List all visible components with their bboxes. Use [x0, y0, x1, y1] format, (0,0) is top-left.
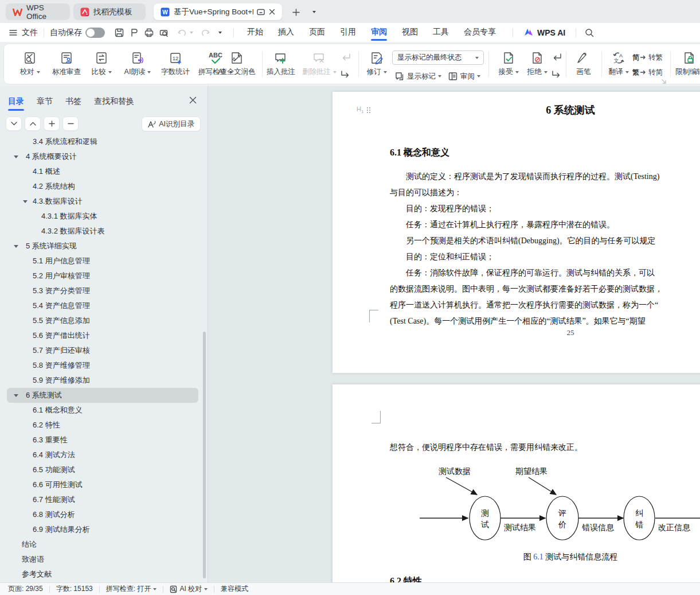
undo-icon[interactable]: [175, 26, 190, 40]
insert-comment-button[interactable]: 插入批注: [263, 49, 299, 82]
menu-tab[interactable]: 插入: [271, 23, 302, 42]
autosave-toggle[interactable]: [85, 28, 105, 38]
toc-item[interactable]: 4.1 概述: [0, 164, 204, 179]
previous-change-button[interactable]: [550, 50, 564, 64]
compare-button[interactable]: 比较: [85, 49, 118, 82]
sidebar-tab[interactable]: 查找和替换: [94, 96, 134, 107]
share-screen-icon[interactable]: [257, 9, 265, 15]
toc-item[interactable]: 6.6 可用性测试: [0, 477, 204, 492]
group-expander-icon[interactable]: [661, 76, 667, 87]
file-menu[interactable]: 文件: [22, 28, 38, 38]
proofread-button[interactable]: 校对: [12, 49, 48, 82]
toc-item[interactable]: 5.1 用户信息管理: [0, 254, 204, 269]
save-icon[interactable]: [112, 26, 127, 40]
toc-item[interactable]: 6.2 特性: [0, 418, 204, 433]
tab-docer-templates[interactable]: AI 找稻壳模板: [73, 3, 146, 20]
toc-item[interactable]: 5.4 资产信息管理: [0, 298, 204, 313]
show-markup-button[interactable]: 显示标记: [395, 69, 441, 83]
toc-item[interactable]: 4.3.1 数据库实体: [0, 209, 204, 224]
tab-wps-office[interactable]: WPS Office: [6, 3, 70, 20]
redo-icon[interactable]: [198, 26, 213, 40]
page-indicator[interactable]: 页面: 29/35: [8, 584, 43, 594]
ai-proofread-status[interactable]: AI 校对: [170, 584, 208, 594]
menu-tab[interactable]: 开始: [240, 23, 271, 42]
word-count-button[interactable]: 12 字数统计: [158, 49, 193, 82]
toc-item[interactable]: 6.5 功能测试: [0, 462, 204, 477]
sidebar-tab[interactable]: 目录: [8, 96, 24, 107]
toc-expand-arrow-icon[interactable]: [23, 200, 28, 203]
new-tab-button[interactable]: [289, 5, 303, 19]
document-page-2[interactable]: 想符合，便说明程序中存在错误，需要用纠错来改正。 测试数据 期望结果: [333, 384, 700, 582]
ai-recognize-toc-button[interactable]: AI识别目录: [142, 116, 201, 131]
standard-review-button[interactable]: 标准审查: [48, 49, 85, 82]
toc-item[interactable]: 5.9 资产维修添加: [0, 373, 204, 388]
tab-list-dropdown-icon[interactable]: [306, 5, 320, 19]
to-traditional-button[interactable]: 简 转繁: [632, 50, 663, 65]
sidebar-scrollbar-thumb[interactable]: [203, 332, 206, 578]
toc-collapse-all-button[interactable]: [62, 116, 79, 131]
ink-pen-button[interactable]: 画笔: [570, 49, 597, 82]
toc-item[interactable]: 4 系统概要设计: [0, 149, 204, 164]
toc-item[interactable]: 5.7 资产归还审核: [0, 343, 204, 358]
menu-tab[interactable]: 引用: [333, 23, 363, 42]
menu-tab[interactable]: 视图: [394, 23, 425, 42]
toc-item[interactable]: 致谢语: [0, 552, 204, 567]
search-icon[interactable]: [582, 26, 597, 40]
restrict-editing-button[interactable]: 限制编辑: [674, 49, 700, 82]
toc-item[interactable]: 5.6 资产借出统计: [0, 328, 204, 343]
hamburger-menu-icon[interactable]: [6, 26, 21, 40]
toc-expand-arrow-icon[interactable]: [14, 394, 18, 397]
toc-item[interactable]: 4.3.数据库设计: [0, 194, 204, 209]
reject-change-button[interactable]: 拒绝: [523, 49, 551, 82]
word-count-indicator[interactable]: 字数: 15153: [56, 584, 93, 594]
ai-read-aloud-button[interactable]: AI朗读: [118, 49, 158, 82]
close-tab-icon[interactable]: [269, 9, 275, 15]
print-icon[interactable]: [142, 26, 157, 40]
toc-item[interactable]: 6.9 测试结果分析: [0, 522, 204, 537]
toc-item[interactable]: 6.8 测试分析: [0, 507, 204, 522]
compatibility-mode-indicator[interactable]: 兼容模式: [221, 584, 248, 594]
toc-item[interactable]: 6.3 重要性: [0, 433, 204, 448]
wps-ai-button[interactable]: WPS AI: [519, 28, 570, 37]
document-page-1[interactable]: H1 6 系统测试 6.1 概念和意义 测试的定义：程序测试是为了发现错误而执行…: [333, 92, 700, 373]
review-pane-button[interactable]: 审阅: [448, 69, 480, 83]
to-simplified-button[interactable]: 繁 转简: [632, 65, 663, 80]
translate-button[interactable]: A文 翻译: [605, 49, 632, 82]
toc-item[interactable]: 6.1 概念和意义: [0, 403, 204, 418]
toc-item[interactable]: 4.2 系统结构: [0, 179, 204, 194]
toc-item[interactable]: 6.4 测试方法: [0, 448, 204, 462]
toolbar-more-dropdown-icon[interactable]: [213, 26, 228, 40]
toc-item[interactable]: 5.2 用户审核管理: [0, 269, 204, 283]
export-pdf-icon[interactable]: [127, 26, 142, 40]
menu-tab[interactable]: 页面: [302, 23, 333, 42]
toc-next-heading-button[interactable]: [6, 116, 22, 131]
print-preview-icon[interactable]: [157, 26, 171, 40]
accept-change-button[interactable]: 接受: [495, 49, 522, 82]
spell-check-status[interactable]: 拼写检查: 打开: [106, 584, 157, 594]
markup-state-select[interactable]: 显示标记的最终状态: [392, 50, 484, 65]
delete-comment-button[interactable]: 删除批注: [299, 49, 340, 82]
toc-previous-heading-button[interactable]: [25, 116, 41, 131]
sidebar-tab[interactable]: 章节: [37, 96, 53, 107]
toc-item[interactable]: 4.3.2 数据库设计表: [0, 224, 204, 239]
toc-item[interactable]: 参考文献: [0, 567, 204, 582]
sidebar-tab[interactable]: 书签: [65, 96, 81, 107]
ai-polish-button[interactable]: AI 全文润色: [215, 49, 259, 82]
next-comment-button[interactable]: [339, 67, 353, 81]
document-canvas[interactable]: H1 6 系统测试 6.1 概念和意义 测试的定义：程序测试是为了发现错误而执行…: [208, 86, 700, 582]
toc-item[interactable]: 6 系统测试: [7, 388, 198, 403]
toc-item[interactable]: 5.3 资产分类管理: [0, 283, 204, 298]
toc-item[interactable]: 5 系统详细实现: [0, 239, 204, 254]
previous-comment-button[interactable]: [339, 50, 353, 64]
toc-item[interactable]: 5.8 资产维修管理: [0, 358, 204, 373]
toc-scroll-area[interactable]: 3.4 系统流程和逻辑 4 系统概要设计 4.1 概述 4.2 系统结构 4.3…: [0, 138, 204, 582]
toc-item[interactable]: 结论: [0, 537, 204, 552]
sidebar-close-icon[interactable]: [187, 94, 198, 106]
toc-expand-arrow-icon[interactable]: [14, 155, 18, 158]
toc-item[interactable]: 6.7 性能测试: [0, 492, 204, 507]
menu-tab[interactable]: 会员专享: [456, 23, 503, 42]
next-change-button[interactable]: [550, 67, 564, 81]
menu-tab[interactable]: 审阅: [363, 23, 394, 42]
toc-expand-all-button[interactable]: [44, 116, 60, 131]
tab-document-active[interactable]: W 基于Vue+Spring Boot+MyS: [154, 3, 282, 20]
